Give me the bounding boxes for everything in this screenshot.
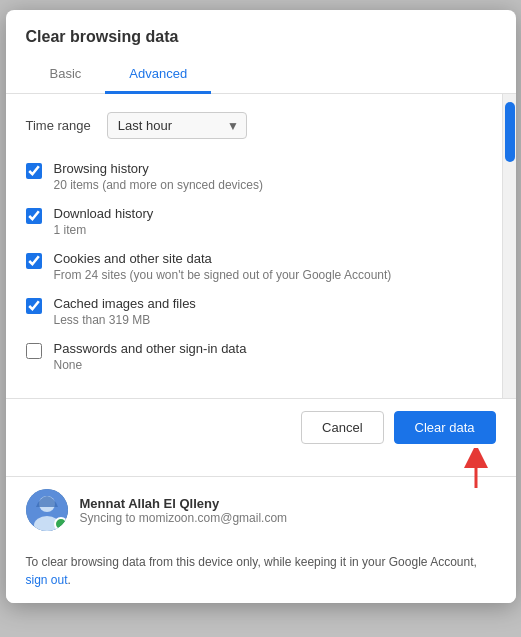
- svg-point-5: [57, 520, 65, 528]
- footer-section: To clear browsing data from this device …: [6, 543, 516, 603]
- passwords-label: Passwords and other sign-in data: [54, 341, 247, 356]
- time-range-select[interactable]: Last hour Last 24 hours Last 7 days Last…: [107, 112, 247, 139]
- account-name: Mennat Allah El Qlleny: [80, 496, 288, 511]
- checkbox-cookies-input[interactable]: [26, 253, 42, 273]
- clear-data-button[interactable]: Clear data: [394, 411, 496, 444]
- cookies-label: Cookies and other site data: [54, 251, 392, 266]
- account-section: Mennat Allah El Qlleny Syncing to momizo…: [6, 476, 516, 543]
- button-area: Cancel Clear data: [6, 399, 516, 456]
- time-range-wrapper: Last hour Last 24 hours Last 7 days Last…: [107, 112, 247, 139]
- avatar: [26, 489, 68, 531]
- download-history-desc: 1 item: [54, 223, 154, 237]
- checkbox-browsing-history: Browsing history 20 items (and more on s…: [26, 161, 482, 192]
- button-row: Cancel Clear data: [6, 399, 516, 456]
- cookies-desc: From 24 sites (you won't be signed out o…: [54, 268, 392, 282]
- checkbox-passwords-input[interactable]: [26, 343, 42, 363]
- footer-text: To clear browsing data from this device …: [26, 553, 496, 589]
- tabs-container: Basic Advanced: [6, 56, 516, 94]
- checkbox-cached: Cached images and files Less than 319 MB: [26, 296, 482, 327]
- browsing-history-desc: 20 items (and more on synced devices): [54, 178, 263, 192]
- scrollbar-thumb[interactable]: [505, 102, 515, 162]
- sign-out-link[interactable]: sign out: [26, 573, 68, 587]
- passwords-desc: None: [54, 358, 247, 372]
- checkbox-passwords: Passwords and other sign-in data None: [26, 341, 482, 372]
- red-arrow-icon: [458, 448, 494, 488]
- arrow-indicator: [458, 448, 494, 492]
- time-range-label: Time range: [26, 118, 91, 133]
- account-info: Mennat Allah El Qlleny Syncing to momizo…: [80, 496, 288, 525]
- tab-basic[interactable]: Basic: [26, 56, 106, 94]
- cancel-button[interactable]: Cancel: [301, 411, 383, 444]
- download-history-label: Download history: [54, 206, 154, 221]
- account-email: Syncing to momizoon.com@gmail.com: [80, 511, 288, 525]
- time-range-row: Time range Last hour Last 24 hours Last …: [26, 106, 482, 145]
- scrollbar[interactable]: [502, 94, 516, 398]
- checkbox-browsing-history-input[interactable]: [26, 163, 42, 183]
- cached-label: Cached images and files: [54, 296, 196, 311]
- checkbox-download-history-input[interactable]: [26, 208, 42, 228]
- checkbox-cookies: Cookies and other site data From 24 site…: [26, 251, 482, 282]
- avatar-badge: [54, 517, 68, 531]
- content-area: Time range Last hour Last 24 hours Last …: [6, 94, 516, 398]
- tab-advanced[interactable]: Advanced: [105, 56, 211, 94]
- dialog-title: Clear browsing data: [6, 10, 516, 56]
- clear-browsing-dialog: Clear browsing data Basic Advanced Time …: [6, 10, 516, 603]
- browsing-history-label: Browsing history: [54, 161, 263, 176]
- checkbox-download-history: Download history 1 item: [26, 206, 482, 237]
- checkbox-cached-input[interactable]: [26, 298, 42, 318]
- cached-desc: Less than 319 MB: [54, 313, 196, 327]
- main-content: Time range Last hour Last 24 hours Last …: [6, 94, 502, 398]
